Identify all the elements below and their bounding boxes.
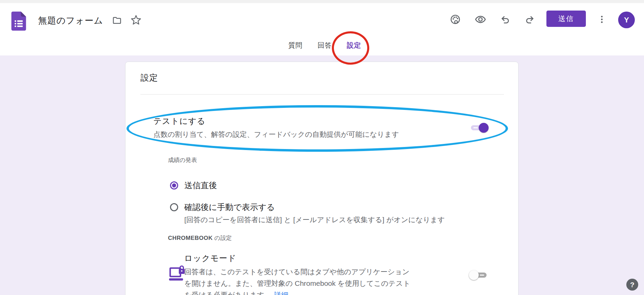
radio-dot xyxy=(172,183,176,187)
forms-logo-icon[interactable] xyxy=(11,12,26,31)
help-button[interactable]: ? xyxy=(626,279,638,291)
quiz-section-title: テストにする xyxy=(153,116,205,127)
divider xyxy=(140,94,504,95)
grade-release-option-immediate: 送信直後 xyxy=(170,180,217,191)
chromebook-section-label: CHROMEBOOK の設定 xyxy=(168,234,232,242)
settings-heading: 設定 xyxy=(140,72,158,83)
more-vertical-icon[interactable] xyxy=(596,13,608,26)
locked-mode-toggle[interactable] xyxy=(469,270,489,280)
preview-eye-icon[interactable] xyxy=(474,13,487,26)
send-button[interactable]: 送信 xyxy=(546,11,586,27)
locked-mode-title: ロックモード xyxy=(184,253,236,264)
form-title[interactable]: 無題のフォーム xyxy=(38,15,103,27)
move-to-folder-icon[interactable] xyxy=(111,14,123,27)
quiz-section-description: 点数の割り当て、解答の設定、フィードバックの自動提供が可能になります xyxy=(153,130,399,139)
radio-unselected-icon[interactable] xyxy=(170,203,178,211)
locked-mode-description-text: 回答者は、このテストを受けている間はタブや他のアプリケーションを開けません。また… xyxy=(184,268,410,295)
window-top-strip xyxy=(0,0,644,3)
chromebook-label-caps: CHROMEBOOK xyxy=(168,235,213,241)
redo-icon[interactable] xyxy=(524,13,536,26)
app-header: 無題のフォーム xyxy=(0,3,644,33)
radio-label-immediate[interactable]: 送信直後 xyxy=(184,180,217,191)
manual-option-description: [回答のコピーを回答者に送信] と [メールアドレスを収集する] がオンになりま… xyxy=(184,215,445,225)
palette-icon[interactable] xyxy=(449,13,461,26)
quiz-toggle[interactable] xyxy=(469,123,489,133)
locked-mode-description: 回答者は、このテストを受けている間はタブや他のアプリケーションを開けません。また… xyxy=(184,266,410,295)
toggle-knob xyxy=(479,123,489,133)
learn-more-link[interactable]: 詳細 xyxy=(274,291,288,295)
tab-bar: 質問 回答 設定 合計点: 0 xyxy=(0,33,644,55)
settings-card: 設定 テストにする 点数の割り当て、解答の設定、フィードバックの自動提供が可能に… xyxy=(125,62,519,295)
radio-selected-icon[interactable] xyxy=(170,181,178,190)
tab-settings[interactable]: 設定 xyxy=(347,41,361,50)
avatar[interactable]: Y xyxy=(618,12,635,28)
chromebook-label-rest: の設定 xyxy=(213,235,232,241)
grade-release-option-manual: 確認後に手動で表示する xyxy=(170,202,275,213)
tab-responses[interactable]: 回答 xyxy=(318,41,332,50)
toggle-knob xyxy=(469,270,479,280)
grade-release-label: 成績の発表 xyxy=(168,156,197,164)
laptop-lock-icon xyxy=(169,264,186,283)
radio-label-manual[interactable]: 確認後に手動で表示する xyxy=(184,202,275,213)
undo-icon[interactable] xyxy=(499,13,511,26)
tab-questions[interactable]: 質問 xyxy=(288,41,303,50)
star-icon[interactable] xyxy=(130,14,142,26)
